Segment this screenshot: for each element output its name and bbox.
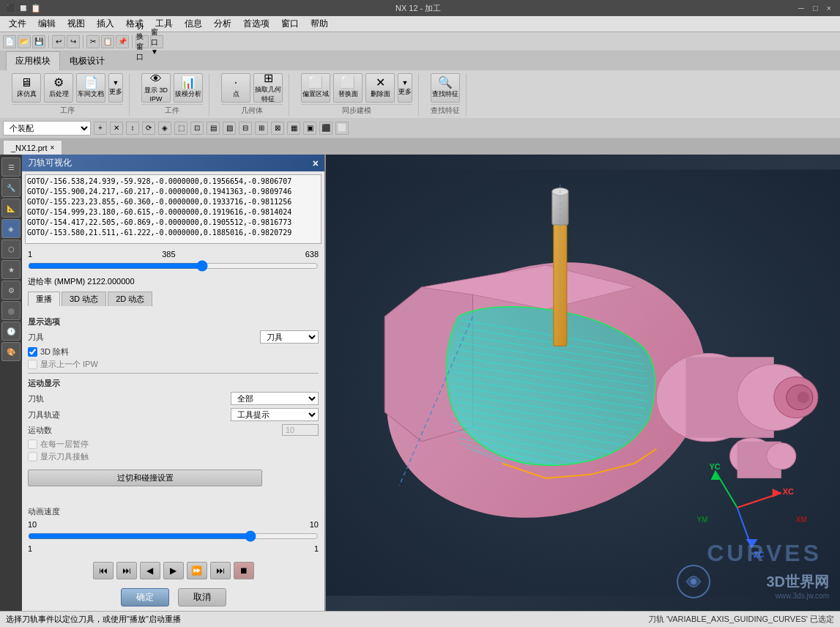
- delete-face-btn[interactable]: ✕ 删除面: [365, 73, 395, 103]
- checkbox-3d[interactable]: [28, 347, 37, 357]
- menu-item-window[interactable]: 窗口: [275, 16, 305, 31]
- feed-rate-display: 进给率 (MMPM) 2122.000000: [22, 275, 324, 289]
- switch-window-btn[interactable]: 切换窗口: [135, 35, 149, 48]
- tb-btn-5[interactable]: ◈: [158, 122, 171, 135]
- draft-analysis-btn[interactable]: 📊 拔模分析: [174, 73, 203, 103]
- tb-btn-7[interactable]: ⊡: [190, 122, 204, 135]
- playback-end-btn[interactable]: ⏭: [210, 562, 231, 579]
- menu-item-view[interactable]: 视图: [62, 16, 91, 31]
- tool-trace-select[interactable]: 工具提示: [231, 408, 319, 421]
- tb-btn-4[interactable]: ⟳: [142, 122, 155, 135]
- tb-btn-3[interactable]: ↕: [126, 122, 139, 135]
- speed-slider[interactable]: [28, 530, 319, 542]
- speed-max-label: 10: [28, 520, 37, 529]
- playback-fwd-btn[interactable]: ⏩: [187, 562, 207, 579]
- playback-back-btn[interactable]: ◀: [140, 562, 160, 579]
- ribbon-group-sync: ⬜ 偏置区域 ⬜ 替换面 ✕ 删除面 ▼ 更多: [295, 73, 419, 116]
- post-process-icon: ⚙: [53, 77, 64, 89]
- speed-min-labels: 1 1: [28, 544, 319, 553]
- overcut-btn[interactable]: 过切和碰撞设置: [28, 470, 262, 486]
- ribbon-tab-app[interactable]: 应用模块: [6, 51, 60, 70]
- tb-btn-14[interactable]: ▣: [303, 122, 316, 135]
- post-process-btn[interactable]: ⚙ 后处理: [44, 73, 73, 103]
- tb-btn-16[interactable]: ⬜: [335, 122, 349, 135]
- copy-btn[interactable]: 📋: [101, 35, 114, 48]
- checkbox-contact[interactable]: [28, 452, 37, 461]
- cancel-button[interactable]: 取消: [178, 588, 226, 606]
- tool-path-select[interactable]: 全部: [231, 392, 319, 405]
- more-sequence-btn[interactable]: ▼ 更多: [108, 73, 123, 103]
- menu-item-insert[interactable]: 插入: [91, 16, 120, 31]
- save-btn[interactable]: 💾: [32, 35, 45, 48]
- playback-prev-btn[interactable]: ⏭: [116, 562, 137, 579]
- window-btn[interactable]: 窗口▼: [150, 35, 163, 48]
- sidebar-icon-7[interactable]: ⚙: [1, 281, 21, 300]
- menu-item-analysis[interactable]: 分析: [208, 16, 237, 31]
- sidebar-icon-9[interactable]: 🕐: [1, 322, 21, 341]
- sidebar-icon-8[interactable]: ◎: [1, 301, 21, 320]
- minimize-btn[interactable]: ─: [795, 4, 807, 12]
- dialog-close-btn[interactable]: ×: [313, 157, 319, 169]
- playback-stop-btn[interactable]: ⏹: [234, 562, 254, 579]
- playback-start-btn[interactable]: ⏮: [93, 562, 114, 579]
- checkbox-ipw[interactable]: [28, 360, 37, 369]
- tb-btn-9[interactable]: ▧: [223, 122, 236, 135]
- offset-region-btn[interactable]: ⬜ 偏置区域: [301, 73, 330, 103]
- sidebar-icon-2[interactable]: 🔧: [1, 178, 21, 197]
- position-slider[interactable]: [28, 260, 319, 272]
- tb-btn-11[interactable]: ⊞: [255, 122, 268, 135]
- cut-btn[interactable]: ✂: [86, 35, 100, 48]
- sidebar-icon-6[interactable]: ★: [1, 260, 21, 279]
- 3d-canvas[interactable]: YC XC ZC YM XM: [326, 155, 840, 611]
- redo-btn[interactable]: ↪: [67, 35, 80, 48]
- checkbox-pause[interactable]: [28, 439, 37, 449]
- maximize-btn[interactable]: □: [810, 4, 821, 12]
- sidebar-icon-10[interactable]: 🎨: [1, 342, 21, 361]
- tb-btn-6[interactable]: ⬚: [174, 122, 187, 135]
- ok-button[interactable]: 确定: [121, 588, 169, 606]
- assembly-select[interactable]: 个装配: [3, 121, 91, 136]
- viewport-3d[interactable]: YC XC ZC YM XM: [326, 155, 840, 611]
- sidebar-icon-4[interactable]: ◈: [1, 219, 21, 238]
- sidebar-icon-1[interactable]: ☰: [1, 157, 21, 177]
- menu-item-info[interactable]: 信息: [179, 16, 208, 31]
- anim-section: 动画速度 10 10 1 1: [22, 502, 324, 557]
- tab-3d-dynamic[interactable]: 3D 动态: [62, 292, 106, 306]
- show-3d-ipw-btn[interactable]: 👁 显示 3D IPW: [141, 73, 171, 103]
- paste-btn[interactable]: 📌: [116, 35, 129, 48]
- spacer6: [32, 544, 314, 553]
- playback-play-btn[interactable]: ▶: [163, 562, 184, 579]
- ribbon-tab-electrode[interactable]: 电极设计: [60, 51, 114, 70]
- tb-btn-10[interactable]: ⊟: [239, 122, 252, 135]
- tool-select[interactable]: 刀具: [260, 330, 319, 344]
- open-btn[interactable]: 📂: [18, 35, 31, 48]
- machine-sim-btn[interactable]: 🖥 床仿真: [12, 73, 41, 103]
- sidebar-icon-5[interactable]: ⬡: [1, 240, 21, 259]
- tb-btn-1[interactable]: +: [94, 122, 107, 135]
- replace-face-btn[interactable]: ⬜ 替换面: [333, 73, 363, 103]
- point-btn[interactable]: · 点: [221, 73, 250, 103]
- menu-item-file[interactable]: 文件: [3, 16, 32, 31]
- tab-replay[interactable]: 重播: [28, 292, 60, 306]
- tb-btn-8[interactable]: ▤: [207, 122, 220, 135]
- code-display[interactable]: GOTO/-156.538,24.939,-59.928,-0.0000000,…: [25, 174, 321, 244]
- undo-btn[interactable]: ↩: [52, 35, 65, 48]
- menu-item-edit[interactable]: 编辑: [32, 16, 62, 31]
- menu-item-pref[interactable]: 首选项: [237, 16, 275, 31]
- more-sync-btn[interactable]: ▼ 更多: [398, 73, 412, 103]
- tb-btn-13[interactable]: ▦: [287, 122, 300, 135]
- tab-nx12[interactable]: _NX12.prt ×: [3, 140, 62, 155]
- tb-btn-12[interactable]: ⊠: [271, 122, 284, 135]
- new-btn[interactable]: 📄: [3, 35, 16, 48]
- find-feature-icon: 🔍: [438, 77, 453, 89]
- sidebar-icon-3[interactable]: 📐: [1, 199, 21, 218]
- shop-doc-btn[interactable]: 📄 车间文档: [76, 73, 105, 103]
- extract-geom-btn[interactable]: ⊞ 抽取几何特征: [253, 73, 283, 103]
- tab-close[interactable]: ×: [51, 144, 55, 152]
- find-feature-btn[interactable]: 🔍 查找特征: [431, 73, 460, 103]
- tb-btn-15[interactable]: ⬛: [319, 122, 332, 135]
- tb-btn-2[interactable]: ✕: [110, 122, 123, 135]
- tab-2d-dynamic[interactable]: 2D 动态: [108, 292, 152, 306]
- close-btn[interactable]: ×: [824, 4, 834, 12]
- menu-item-help[interactable]: 帮助: [305, 16, 334, 31]
